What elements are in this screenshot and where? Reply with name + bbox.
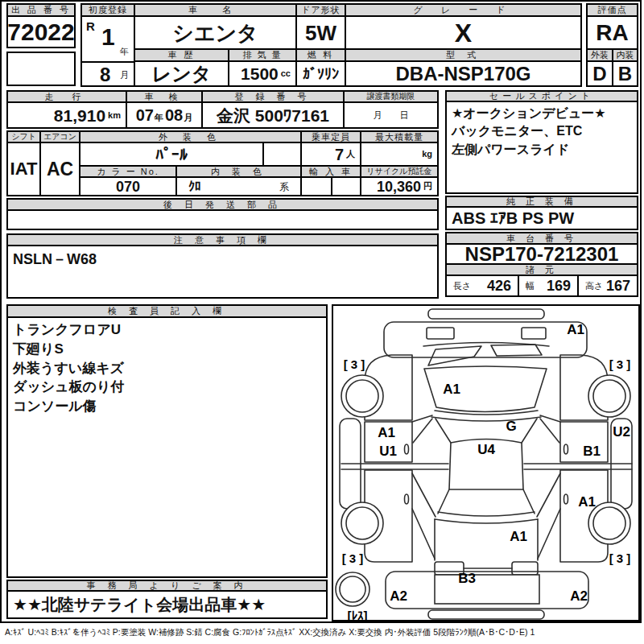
sales-point-line: ★オークションデビュー★	[452, 105, 632, 122]
damage-marker-front-right-tire: [ 3 ]	[609, 357, 631, 371]
damage-marker-right-front-door: B1	[583, 444, 601, 460]
damage-marker-windshield-glass: G	[506, 419, 516, 435]
spec-width-value: 169	[547, 278, 571, 295]
era-code: R	[86, 19, 95, 33]
mileage-value: 81,910km	[6, 101, 127, 129]
first-registration-year: 1	[101, 23, 115, 51]
inspector-note-line: トランクフロアU	[13, 320, 321, 340]
displacement-unit: cc	[281, 69, 291, 78]
inspector-note-line: コンソール傷	[13, 397, 321, 416]
damage-diagram: A1[ 3 ][ 3 ]A1GA1U1U4U2B1A1A1[ 3 ][ 3 ]B…	[332, 304, 640, 621]
import-car-cell-2	[331, 176, 361, 196]
damage-marker-rear-gate-upper: A1	[510, 529, 527, 545]
damage-marker-front-left-tire: [ 3 ]	[344, 357, 365, 371]
inspection-value: 07年08月	[126, 101, 203, 129]
mileage-number: 81,910	[54, 107, 105, 124]
notes-value-box: NSLN－W68	[6, 245, 439, 299]
spec-height-label: 高さ	[585, 280, 603, 292]
lot-number-value: 72022	[6, 15, 76, 48]
vin-value: NSP170-7212301	[445, 243, 638, 265]
interior-color-value: ｸﾛ系	[175, 176, 302, 196]
interior-grade-value: B	[612, 60, 638, 87]
recycle-unit: 円	[423, 182, 432, 191]
sales-point-line: バックモニター、ETC	[452, 122, 632, 140]
import-car-cell-1	[300, 176, 332, 196]
year-unit: 年	[120, 46, 129, 58]
damage-marker-right-rear-door: A1	[578, 494, 596, 510]
notes-value: NSLN－W68	[8, 246, 437, 272]
payload-unit: kg	[422, 150, 432, 159]
damage-marker-rear-gate-lower: B3	[458, 571, 476, 587]
sales-point-line: 左側パワースライド	[452, 141, 632, 159]
recycle-deposit-value: 10,360円	[360, 176, 439, 196]
later-parts-value	[6, 209, 439, 230]
damage-marker-rear-bumper-right: A2	[570, 588, 588, 605]
score-value: RA	[586, 15, 638, 50]
spec-height-cell: 高さ167	[577, 275, 638, 297]
transfer-deadline-value: 月 日	[343, 101, 439, 129]
recycle-number: 10,360	[377, 180, 421, 194]
capacity-value: 7人	[300, 142, 361, 167]
legend-text: A:ｷｽﾞ U:ﾍｺﾐ B:ｷｽﾞを伴うﾍｺﾐ P:要塗装 W:補修跡 S:錆 …	[5, 627, 642, 638]
exterior-color-sub-cell	[262, 142, 302, 167]
spec-length-label: 長さ	[453, 280, 471, 292]
damage-marker-rear-left-tire: [ 3 ]	[342, 551, 364, 565]
door-shape-value: 5W	[295, 15, 346, 50]
damage-marker-rear-bumper-left: A2	[390, 588, 407, 605]
spec-length-cell: 長さ426	[445, 275, 519, 297]
diagram-markers: A1[ 3 ][ 3 ]A1GA1U1U4U2B1A1A1[ 3 ][ 3 ]B…	[333, 306, 638, 620]
first-registration-month: 8	[100, 64, 110, 86]
damage-marker-roof: U4	[477, 442, 495, 458]
equipment-value: ABS ｴｱB PS PW	[445, 206, 638, 230]
car-name-value: シエンタ	[134, 15, 297, 50]
exterior-grade-value: D	[586, 60, 613, 87]
capacity-number: 7	[335, 147, 344, 163]
inspector-note-line: ダッシュ板のり付	[13, 378, 321, 397]
office-notice-value: ★★北陸サテライト会場出品車★★	[6, 590, 328, 619]
auction-sheet: 出 品 番 号 72022 初度登録 R 1 年 8 月 車 名 シエンタ 車 …	[0, 0, 644, 644]
inspection-year-unit: 年	[155, 114, 163, 122]
grade-value: X	[345, 15, 582, 50]
displacement-value: 1500cc	[228, 60, 297, 87]
payload-value: kg	[360, 142, 439, 167]
sales-points-box: ★オークションデビュー★ バックモニター、ETC 左側パワースライド	[445, 101, 638, 194]
fuel-value: ｶﾞｿﾘﾝ	[295, 60, 346, 87]
damage-marker-front-bumper: A1	[567, 322, 584, 338]
inspection-month: 08	[165, 107, 183, 123]
damage-marker-rear-right-tire: [ 3 ]	[609, 551, 631, 565]
history-value: レンタ	[134, 60, 229, 87]
damage-marker-hood: A1	[443, 382, 460, 398]
spec-height-value: 167	[606, 278, 630, 295]
inspector-note-line: 下廻りS	[13, 340, 321, 359]
spec-width-label: 幅	[526, 280, 535, 292]
lot-empty-cell	[6, 52, 76, 86]
inspector-notes-box: トランクフロアU 下廻りS 外装うすい線キズ ダッシュ板のり付 コンソール傷	[6, 316, 328, 578]
model-code-value: DBA-NSP170G	[345, 60, 582, 87]
exterior-color-value: ﾊﾟｰﾙ	[79, 142, 264, 167]
interior-color-suffix: 系	[279, 182, 289, 192]
color-no-value: 070	[79, 176, 177, 196]
first-registration-value: R 1 年 8 月	[80, 15, 135, 87]
damage-marker-spare-tire: [ﾚｽ]	[348, 609, 368, 622]
damage-marker-left-front-door-scratch: A1	[378, 425, 395, 441]
shift-value: IAT	[6, 142, 41, 196]
spec-length-value: 426	[487, 278, 511, 295]
capacity-unit: 人	[346, 150, 355, 159]
month-unit: 月	[120, 69, 129, 81]
inspection-year: 07	[136, 107, 154, 123]
interior-color-name: ｸﾛ	[188, 180, 201, 193]
inspection-month-unit: 月	[184, 114, 192, 122]
inspector-note-line: 外装うすい線キズ	[13, 359, 321, 378]
displacement-number: 1500	[241, 65, 279, 82]
damage-marker-right-sill: U2	[613, 424, 630, 440]
spec-width-cell: 幅169	[518, 275, 579, 297]
plate-value: 金沢 500ﾜ7161	[201, 101, 345, 129]
aircon-value: AC	[39, 142, 80, 196]
damage-marker-left-front-door-dent: U1	[379, 444, 397, 460]
mileage-unit: km	[108, 111, 121, 120]
